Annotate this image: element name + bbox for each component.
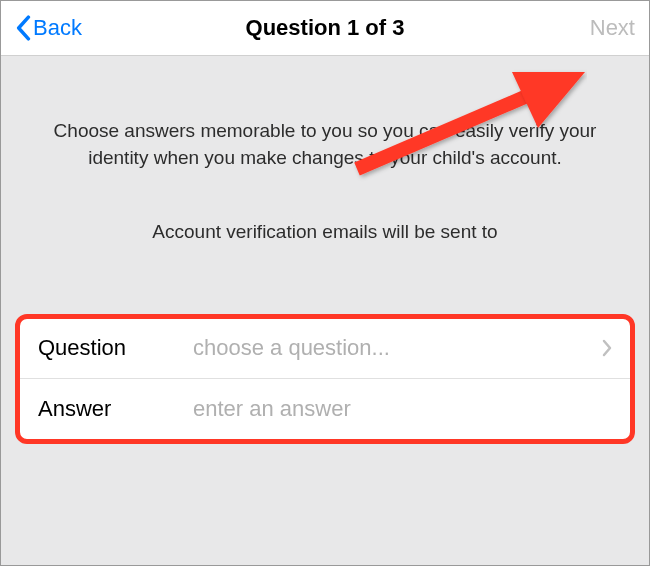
question-placeholder: choose a question... [193, 335, 602, 361]
answer-placeholder: enter an answer [193, 396, 612, 422]
question-label: Question [38, 335, 193, 361]
verification-email-text: Account verification emails will be sent… [1, 171, 649, 246]
chevron-left-icon [15, 15, 31, 41]
back-label: Back [33, 15, 82, 41]
content-area: Choose answers memorable to you so you c… [1, 56, 649, 565]
page-title: Question 1 of 3 [246, 15, 405, 41]
next-button[interactable]: Next [590, 15, 635, 41]
question-row[interactable]: Question choose a question... [20, 319, 630, 379]
navigation-bar: Back Question 1 of 3 Next [1, 1, 649, 56]
back-button[interactable]: Back [15, 15, 82, 41]
security-question-form: Question choose a question... Answer ent… [15, 314, 635, 444]
answer-row[interactable]: Answer enter an answer [20, 379, 630, 439]
answer-label: Answer [38, 396, 193, 422]
instruction-text: Choose answers memorable to you so you c… [1, 56, 649, 171]
chevron-right-icon [602, 339, 612, 357]
